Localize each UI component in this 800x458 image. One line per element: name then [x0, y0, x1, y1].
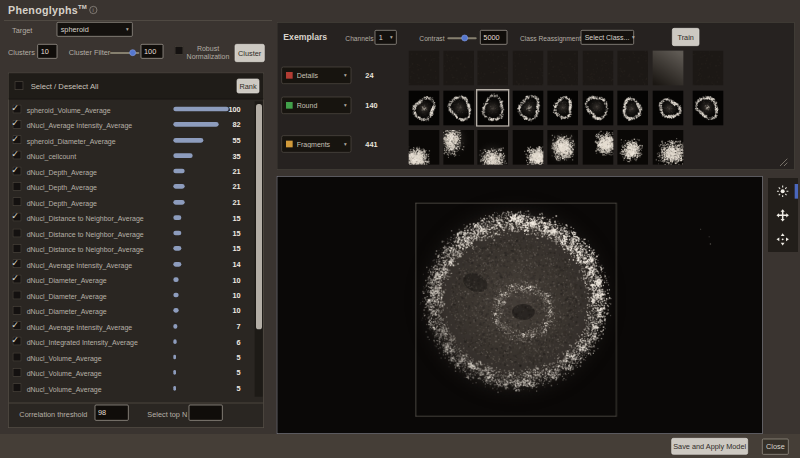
exemplar-thumbnail[interactable] — [513, 91, 544, 126]
close-button[interactable]: Close — [762, 439, 789, 455]
class-color-swatch — [286, 72, 293, 79]
class-name: Details — [297, 71, 344, 79]
exemplar-thumbnail[interactable] — [653, 130, 684, 165]
move-icon[interactable] — [776, 209, 789, 222]
feature-row[interactable]: ✓ dNucl_Volume_Average 5 — [9, 380, 255, 396]
exemplar-thumbnail[interactable] — [409, 91, 440, 126]
pan-arrows-icon[interactable] — [776, 233, 789, 246]
resize-handle-icon[interactable] — [779, 158, 788, 167]
feature-row[interactable]: ✓ dNucl_Average Intensity_Average 82 — [9, 117, 255, 133]
train-button[interactable]: Train — [672, 28, 699, 46]
class-reassignment-label: Class Reassignment — [520, 35, 581, 42]
feature-row[interactable]: ✓ dNucl_Diameter_Average 10 — [9, 287, 255, 303]
image-viewer[interactable] — [277, 176, 763, 434]
feature-checkbox[interactable] — [13, 368, 22, 377]
exemplar-thumbnail[interactable] — [513, 51, 544, 86]
rank-button[interactable]: Rank — [237, 79, 260, 94]
chevron-down-icon: ▾ — [390, 34, 393, 40]
feature-label: dNucl_Depth_Average — [27, 184, 97, 192]
channels-dropdown[interactable]: 1▾ — [375, 30, 397, 45]
feature-row[interactable]: ✓ dNucl_Diameter_Average 10 — [9, 272, 255, 288]
exemplar-thumbnail[interactable] — [653, 51, 684, 86]
feature-checkbox[interactable] — [13, 306, 22, 315]
feature-score-bar — [173, 215, 181, 220]
feature-score: 15 — [219, 214, 241, 222]
channels-value: 1 — [379, 33, 383, 41]
exemplar-thumbnail[interactable] — [583, 130, 614, 165]
exemplar-thumbnail[interactable] — [513, 130, 544, 165]
right-scrollbar-thumb[interactable] — [795, 184, 798, 199]
class-dropdown[interactable]: Round ▾ — [281, 97, 351, 114]
contrast-input[interactable] — [480, 30, 507, 45]
feature-row[interactable]: ✓ dNucl_Distance to Neighbor_Average 15 — [9, 225, 255, 241]
exemplar-thumbnail[interactable] — [477, 130, 508, 165]
feature-list-scrollbar-track[interactable] — [255, 101, 263, 396]
exemplar-thumbnail[interactable] — [653, 91, 684, 126]
feature-row[interactable]: ✓ dNucl_Distance to Neighbor_Average 15 — [9, 210, 255, 226]
exemplar-thumbnail[interactable] — [617, 91, 648, 126]
feature-checkbox[interactable] — [13, 290, 22, 299]
feature-list-scrollbar-thumb[interactable] — [256, 104, 262, 329]
feature-row[interactable]: ✓ dNucl_Depth_Average 21 — [9, 194, 255, 210]
exemplar-thumbnail[interactable] — [617, 130, 648, 165]
feature-row[interactable]: ✓ spheroid_Volume_Average 100 — [9, 101, 255, 117]
feature-row[interactable]: ✓ dNucl_Integrated Intensity_Average 6 — [9, 334, 255, 350]
feature-score: 15 — [219, 229, 241, 237]
feature-score: 14 — [219, 260, 241, 268]
exemplar-thumbnail[interactable] — [547, 91, 578, 126]
save-and-apply-model-button[interactable]: Save and Apply Model — [671, 438, 748, 455]
target-dropdown[interactable]: spheroid▾ — [57, 22, 133, 37]
feature-row[interactable]: ✓ dNucl_Depth_Average 21 — [9, 179, 255, 195]
selection-rectangle[interactable] — [415, 203, 616, 417]
exemplar-thumbnail[interactable] — [617, 51, 648, 86]
feature-row[interactable]: ✓ dNucl_Diameter_Average 10 — [9, 303, 255, 319]
feature-checkbox[interactable] — [13, 383, 22, 392]
feature-label: dNucl_Depth_Average — [27, 168, 97, 176]
class-dropdown[interactable]: Fragments ▾ — [281, 135, 351, 152]
select-top-n-input[interactable] — [189, 405, 223, 421]
feature-row[interactable]: ✓ dNucl_Average Intensity_Average 14 — [9, 256, 255, 272]
feature-label: dNucl_cellcount — [27, 153, 76, 161]
select-all-checkbox[interactable] — [15, 81, 24, 90]
feature-checkbox[interactable] — [13, 352, 22, 361]
select-top-n-label: Select top N — [147, 411, 187, 419]
robust-normalization-checkbox[interactable] — [175, 46, 184, 55]
feature-row[interactable]: ✓ dNucl_Volume_Average 5 — [9, 349, 255, 365]
feature-checkbox[interactable] — [13, 182, 22, 191]
brightness-icon[interactable] — [776, 185, 789, 198]
contrast-slider-knob[interactable] — [461, 35, 468, 42]
page-title: PhenoglyphsTMi — [8, 4, 97, 16]
feature-row[interactable]: ✓ dNucl_cellcount 35 — [9, 148, 255, 164]
exemplar-thumbnail[interactable] — [477, 91, 508, 126]
exemplar-thumbnail[interactable] — [583, 51, 614, 86]
correlation-threshold-input[interactable] — [95, 405, 129, 421]
exemplar-thumbnail[interactable] — [409, 51, 440, 86]
exemplar-thumbnail[interactable] — [409, 130, 440, 165]
feature-row[interactable]: ✓ spheroid_Diameter_Average 55 — [9, 132, 255, 148]
feature-checkbox[interactable] — [13, 244, 22, 253]
feature-checkbox[interactable] — [13, 228, 22, 237]
class-reassignment-dropdown[interactable]: Select Class...▾ — [581, 30, 634, 45]
exemplar-thumbnail[interactable] — [693, 51, 724, 86]
exemplar-thumbnail[interactable] — [443, 51, 474, 86]
exemplar-thumbnail[interactable] — [477, 51, 508, 86]
feature-row[interactable]: ✓ dNucl_Depth_Average 21 — [9, 163, 255, 179]
feature-row[interactable]: ✓ dNucl_Distance to Neighbor_Average 15 — [9, 241, 255, 257]
feature-row[interactable]: ✓ dNucl_Average Intensity_Average 7 — [9, 318, 255, 334]
feature-row[interactable]: ✓ dNucl_Volume_Average 5 — [9, 365, 255, 381]
exemplar-thumbnail[interactable] — [443, 91, 474, 126]
feature-score: 5 — [219, 353, 241, 361]
info-icon[interactable]: i — [89, 6, 97, 14]
exemplar-thumbnail[interactable] — [547, 130, 578, 165]
exemplar-thumbnail[interactable] — [583, 91, 614, 126]
feature-checkbox[interactable] — [13, 197, 22, 206]
exemplar-thumbnail[interactable] — [443, 130, 474, 165]
cluster-filter-input[interactable] — [141, 44, 164, 59]
class-dropdown[interactable]: Details ▾ — [281, 67, 351, 84]
exemplar-thumbnail[interactable] — [547, 51, 578, 86]
cluster-filter-slider-knob[interactable] — [129, 49, 136, 56]
clusters-input[interactable] — [37, 44, 57, 59]
feature-score: 35 — [219, 152, 241, 160]
cluster-button[interactable]: Cluster — [235, 44, 265, 62]
exemplar-thumbnail[interactable] — [693, 91, 724, 126]
